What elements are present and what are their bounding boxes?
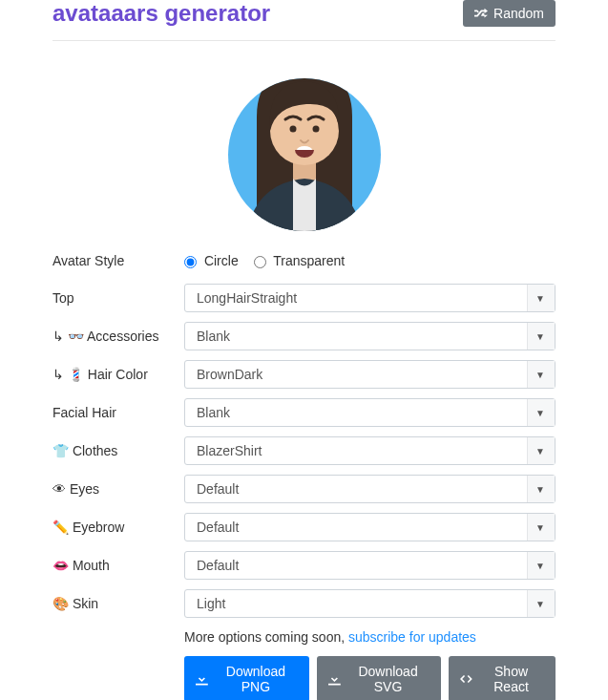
mouth-label: 👄 Mouth [52,558,184,573]
clothes-select-value: BlazerShirt [197,443,262,458]
accessories-select[interactable]: Blank▼ [184,322,556,350]
avatar-style-circle-radio[interactable] [184,256,197,268]
top-select[interactable]: LongHairStraight▼ [184,284,556,312]
eyes-row: 👁 EyesDefault▼ [52,475,556,503]
avatar-image [228,64,381,231]
download-svg-label: Download SVG [346,664,430,694]
avatar-preview [52,64,556,234]
show-react-label: Show React [478,664,544,694]
chevron-down-icon: ▼ [535,293,545,304]
avatar-style-row: Avatar Style Circle Transparent [52,253,556,268]
header: avataaars generator Random [52,0,556,41]
skin-select-value: Light [197,596,225,611]
chevron-down-icon: ▼ [535,446,545,456]
haircolor-label: ↳ 💈 Hair Color [52,367,184,382]
download-icon [196,672,208,686]
facialhair-row: Facial HairBlank▼ [52,398,556,427]
random-button[interactable]: Random [463,0,556,27]
svg-point-5 [312,126,319,133]
more-options-prefix: More options coming soon, [184,629,348,645]
facialhair-select[interactable]: Blank▼ [184,398,556,427]
accessories-select-value: Blank [197,329,230,344]
avatar-style-transparent-radio[interactable] [254,256,266,268]
chevron-down-icon: ▼ [535,599,545,609]
chevron-down-icon: ▼ [535,408,545,418]
mouth-select-value: Default [197,558,239,573]
code-icon [460,672,472,686]
accessories-row: ↳ 👓 AccessoriesBlank▼ [52,322,556,350]
avatar-style-transparent-option[interactable]: Transparent [254,253,346,268]
clothes-row: 👕 ClothesBlazerShirt▼ [52,436,556,465]
accessories-label: ↳ 👓 Accessories [52,329,184,344]
haircolor-select-value: BrownDark [197,367,262,382]
eyebrow-select[interactable]: Default▼ [184,513,556,541]
subscribe-link[interactable]: subscribe for updates [348,629,476,645]
haircolor-select[interactable]: BrownDark▼ [184,360,556,389]
haircolor-row: ↳ 💈 Hair ColorBrownDark▼ [52,360,556,389]
chevron-down-icon: ▼ [535,522,545,533]
skin-label: 🎨 Skin [52,596,184,611]
facialhair-select-value: Blank [197,405,230,420]
facialhair-label: Facial Hair [52,405,184,420]
skin-row: 🎨 SkinLight▼ [52,589,556,618]
shuffle-icon [474,7,488,20]
top-row: TopLongHairStraight▼ [52,284,556,312]
eyebrow-select-value: Default [197,520,239,535]
random-button-label: Random [493,6,544,21]
page-title: avataaars generator [52,0,270,27]
show-react-button[interactable]: Show React [449,656,556,700]
chevron-down-icon: ▼ [535,370,545,380]
avatar-style-circle-option[interactable]: Circle [184,253,242,268]
chevron-down-icon: ▼ [535,331,545,342]
skin-select[interactable]: Light▼ [184,589,556,618]
chevron-down-icon: ▼ [535,484,545,495]
eyes-label: 👁 Eyes [52,481,184,497]
download-icon [328,672,341,686]
eyebrow-row: ✏️ EyebrowDefault▼ [52,513,556,541]
avatar-style-transparent-label: Transparent [273,253,345,268]
top-label: Top [52,290,184,306]
svg-point-4 [289,126,296,133]
download-svg-button[interactable]: Download SVG [317,656,441,700]
download-png-button[interactable]: Download PNG [184,656,309,700]
top-select-value: LongHairStraight [197,290,297,306]
eyebrow-label: ✏️ Eyebrow [52,520,184,535]
eyes-select-value: Default [197,481,239,497]
clothes-select[interactable]: BlazerShirt▼ [184,436,556,465]
clothes-label: 👕 Clothes [52,443,184,458]
eyes-select[interactable]: Default▼ [184,475,556,503]
avatar-style-label: Avatar Style [52,253,184,268]
avatar-style-circle-label: Circle [204,253,239,268]
mouth-row: 👄 MouthDefault▼ [52,551,556,580]
chevron-down-icon: ▼ [535,561,545,571]
mouth-select[interactable]: Default▼ [184,551,556,580]
download-png-label: Download PNG [214,664,298,694]
more-options-text: More options coming soon, subscribe for … [184,629,556,645]
